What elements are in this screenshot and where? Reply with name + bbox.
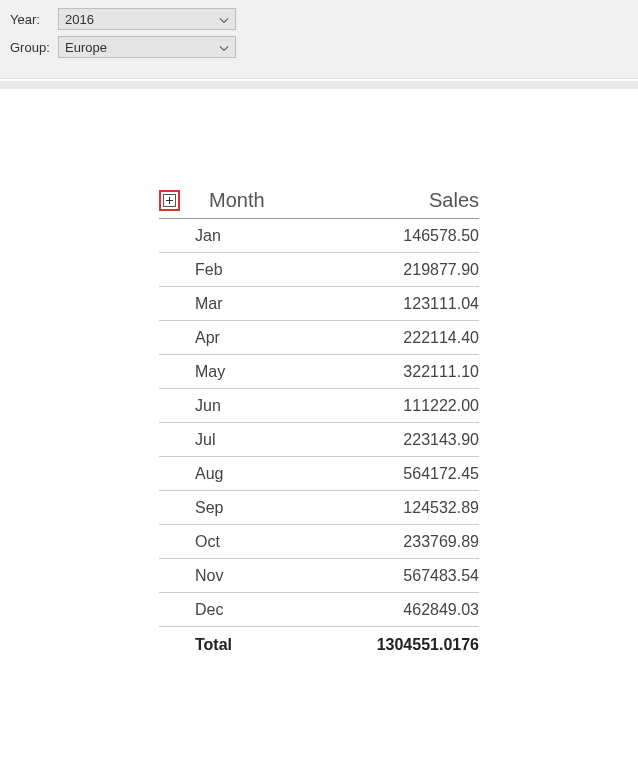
table-row[interactable]: Jul223143.90 — [159, 423, 479, 457]
year-select-value: 2016 — [65, 12, 94, 27]
cell-month: Oct — [195, 533, 349, 551]
cell-month: Dec — [195, 601, 349, 619]
cell-sales: 219877.90 — [349, 261, 479, 279]
table-header-row: Month Sales — [159, 189, 479, 219]
cell-month: Aug — [195, 465, 349, 483]
total-row: Total 1304551.0176 — [159, 627, 479, 663]
table-row[interactable]: Oct233769.89 — [159, 525, 479, 559]
filter-panel: Year: 2016 Group: Europe — [0, 0, 638, 79]
cell-sales: 124532.89 — [349, 499, 479, 517]
cell-month: Jan — [195, 227, 349, 245]
column-header-sales[interactable]: Sales — [349, 189, 479, 212]
table-row[interactable]: Jan146578.50 — [159, 219, 479, 253]
cell-sales: 123111.04 — [349, 295, 479, 313]
cell-sales: 146578.50 — [349, 227, 479, 245]
group-label: Group: — [10, 40, 58, 55]
expand-all-button[interactable] — [163, 194, 176, 207]
cell-sales: 222114.40 — [349, 329, 479, 347]
cell-sales: 111222.00 — [349, 397, 479, 415]
year-label: Year: — [10, 12, 58, 27]
cell-month: Nov — [195, 567, 349, 585]
sales-table: Month Sales Jan146578.50Feb219877.90Mar1… — [159, 189, 479, 663]
cell-sales: 567483.54 — [349, 567, 479, 585]
filter-row-group: Group: Europe — [10, 36, 628, 58]
table-row[interactable]: Nov567483.54 — [159, 559, 479, 593]
chevron-down-icon — [219, 40, 229, 55]
expand-cell — [159, 190, 195, 211]
total-label: Total — [195, 636, 329, 654]
cell-month: Sep — [195, 499, 349, 517]
table-row[interactable]: Feb219877.90 — [159, 253, 479, 287]
cell-sales: 223143.90 — [349, 431, 479, 449]
cell-month: Mar — [195, 295, 349, 313]
table-row[interactable]: Apr222114.40 — [159, 321, 479, 355]
cell-month: May — [195, 363, 349, 381]
cell-sales: 233769.89 — [349, 533, 479, 551]
table-row[interactable]: Sep124532.89 — [159, 491, 479, 525]
table-row[interactable]: Jun111222.00 — [159, 389, 479, 423]
cell-sales: 322111.10 — [349, 363, 479, 381]
cell-month: Jun — [195, 397, 349, 415]
chevron-down-icon — [219, 12, 229, 27]
cell-sales: 564172.45 — [349, 465, 479, 483]
report-area: Month Sales Jan146578.50Feb219877.90Mar1… — [0, 89, 638, 663]
table-row[interactable]: Aug564172.45 — [159, 457, 479, 491]
table-row[interactable]: Mar123111.04 — [159, 287, 479, 321]
plus-icon — [165, 196, 174, 205]
cell-month: Feb — [195, 261, 349, 279]
expand-highlight — [159, 190, 180, 211]
cell-month: Apr — [195, 329, 349, 347]
column-header-month[interactable]: Month — [195, 189, 349, 212]
group-select[interactable]: Europe — [58, 36, 236, 58]
filter-row-year: Year: 2016 — [10, 8, 628, 30]
divider — [0, 81, 638, 89]
table-row[interactable]: Dec462849.03 — [159, 593, 479, 627]
year-select[interactable]: 2016 — [58, 8, 236, 30]
group-select-value: Europe — [65, 40, 107, 55]
total-value: 1304551.0176 — [329, 636, 479, 654]
cell-month: Jul — [195, 431, 349, 449]
table-row[interactable]: May322111.10 — [159, 355, 479, 389]
cell-sales: 462849.03 — [349, 601, 479, 619]
